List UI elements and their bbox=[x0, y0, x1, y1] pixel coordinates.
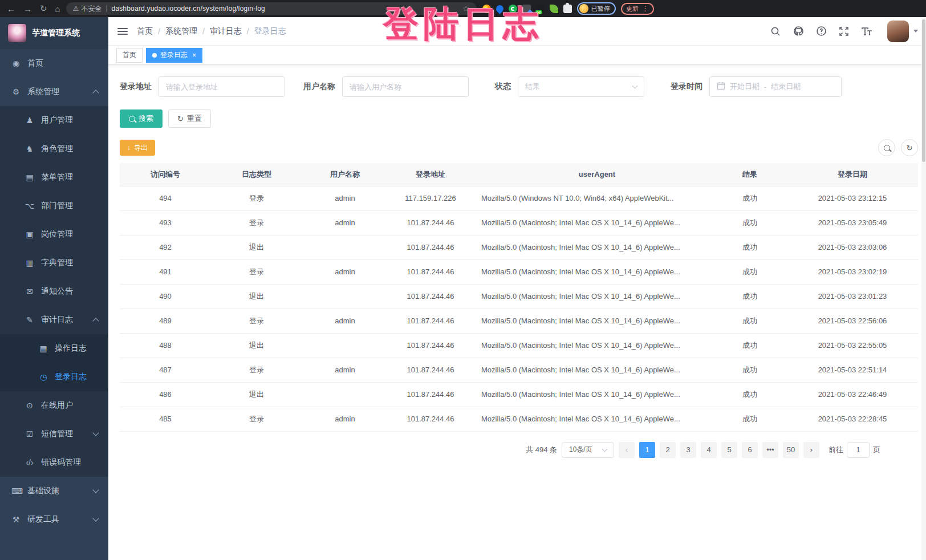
active-dot-icon bbox=[152, 53, 157, 58]
sidebar-item-研发工具[interactable]: ⚒研发工具 bbox=[0, 505, 108, 534]
sidebar-item-label: 字典管理 bbox=[41, 258, 73, 268]
sidebar-logo-row[interactable]: 芋道管理系统 bbox=[0, 17, 108, 49]
sidebar-item-label: 岗位管理 bbox=[41, 229, 73, 240]
reset-button[interactable]: ↻ 重置 bbox=[168, 109, 211, 128]
browser-chrome: ← → ↻ ⌂ ⚠ 不安全 dashboard.yudao.iocoder.cn… bbox=[0, 0, 926, 17]
font-size-icon[interactable] bbox=[861, 26, 872, 37]
sidebar-item-系统管理[interactable]: ⚙系统管理 bbox=[0, 78, 108, 106]
sms-shield-icon: ☑ bbox=[25, 429, 34, 439]
sidebar-item-在线用户[interactable]: ⊙在线用户 bbox=[0, 391, 108, 420]
sidebar-item-基础设施[interactable]: ⌨基础设施 bbox=[0, 477, 108, 505]
page-size-select[interactable]: 10条/页 bbox=[562, 442, 614, 458]
sidebar-item-岗位管理[interactable]: ▣岗位管理 bbox=[0, 220, 108, 249]
fullscreen-icon[interactable] bbox=[838, 26, 850, 37]
goto-page-input[interactable] bbox=[851, 445, 866, 454]
sidebar-item-登录日志[interactable]: ◷登录日志 bbox=[0, 363, 108, 391]
username-input[interactable] bbox=[350, 83, 461, 91]
search-icon[interactable] bbox=[770, 26, 781, 37]
table-cell: Mozilla/5.0 (Macintosh; Intel Mac OS X 1… bbox=[473, 210, 713, 235]
address-bar[interactable]: ⚠ 不安全 dashboard.yudao.iocoder.cn/system/… bbox=[66, 2, 477, 15]
browser-update-button[interactable]: 更新 ⋮ bbox=[621, 3, 654, 15]
sidebar-item-用户管理[interactable]: ♟用户管理 bbox=[0, 106, 108, 135]
reload-icon[interactable]: ↻ bbox=[40, 3, 47, 14]
leaf-extension-icon[interactable] bbox=[550, 5, 558, 13]
hamburger-icon[interactable] bbox=[117, 26, 128, 36]
tag-label: 登录日志 bbox=[160, 50, 188, 60]
bookmark-star-icon[interactable]: ☆ bbox=[462, 4, 470, 13]
status-select[interactable]: 结果 bbox=[518, 76, 644, 97]
briefcase-icon: ▣ bbox=[25, 230, 34, 239]
table-toolbar: ↓ 导出 ↻ bbox=[120, 139, 918, 156]
breadcrumb: 首页/系统管理/审计日志/登录日志 bbox=[137, 26, 286, 36]
on-badge-extension-icon[interactable] bbox=[536, 5, 545, 13]
browser-profile-pill[interactable]: 已暂停 bbox=[577, 2, 616, 15]
home-icon[interactable]: ⌂ bbox=[55, 4, 60, 14]
breadcrumb-item[interactable]: 审计日志 bbox=[210, 26, 242, 36]
firefox-extension-icon[interactable] bbox=[482, 5, 491, 13]
search-button[interactable]: 搜索 bbox=[120, 109, 163, 128]
chevron-down-icon bbox=[632, 83, 638, 89]
page-jump: 前往 页 bbox=[828, 442, 880, 458]
page-button-1[interactable]: 1 bbox=[639, 442, 655, 458]
close-icon[interactable]: × bbox=[192, 51, 196, 59]
toggle-search-button[interactable] bbox=[878, 139, 895, 156]
github-icon[interactable] bbox=[793, 26, 804, 37]
scrollbar-thumb[interactable] bbox=[922, 19, 925, 162]
table-cell: 登录 bbox=[211, 358, 302, 382]
grid-extension-icon[interactable] bbox=[522, 5, 531, 13]
table-cell: Mozilla/5.0 (Macintosh; Intel Mac OS X 1… bbox=[473, 358, 713, 382]
table-cell: 485 bbox=[120, 407, 211, 431]
puzzle-extensions-icon[interactable] bbox=[563, 5, 572, 13]
user-avatar-menu[interactable] bbox=[887, 21, 918, 42]
more-pages-button[interactable]: ••• bbox=[762, 442, 778, 458]
page-button-5[interactable]: 5 bbox=[721, 442, 737, 458]
date-range-picker[interactable]: 开始日期 - 结束日期 bbox=[709, 76, 842, 97]
help-icon[interactable] bbox=[815, 26, 827, 37]
sidebar-item-短信管理[interactable]: ☑短信管理 bbox=[0, 420, 108, 448]
operation-log-icon: ▦ bbox=[39, 344, 48, 353]
table-cell bbox=[302, 382, 388, 407]
back-icon[interactable]: ← bbox=[7, 4, 15, 14]
column-header: 结果 bbox=[713, 163, 787, 186]
sidebar-item-通知公告[interactable]: ✉通知公告 bbox=[0, 277, 108, 306]
table-cell: 登录 bbox=[211, 186, 302, 210]
tag-登录日志[interactable]: 登录日志× bbox=[146, 48, 202, 63]
sidebar-item-字典管理[interactable]: ▥字典管理 bbox=[0, 249, 108, 277]
home-icon: ◉ bbox=[11, 59, 21, 68]
breadcrumb-item[interactable]: 首页 bbox=[137, 26, 153, 36]
not-secure-warning[interactable]: ⚠ 不安全 bbox=[73, 4, 102, 14]
tag-首页[interactable]: 首页 bbox=[116, 48, 143, 63]
sidebar-item-label: 用户管理 bbox=[41, 115, 73, 125]
sidebar-item-操作日志[interactable]: ▦操作日志 bbox=[0, 334, 108, 363]
prev-page-button[interactable]: ‹ bbox=[619, 442, 635, 458]
forward-icon[interactable]: → bbox=[23, 4, 32, 14]
sidebar-item-label: 短信管理 bbox=[41, 429, 73, 439]
sidebar-item-部门管理[interactable]: ⌥部门管理 bbox=[0, 192, 108, 220]
table-cell: 2021-05-03 22:51:14 bbox=[787, 358, 918, 382]
refresh-table-button[interactable]: ↻ bbox=[901, 139, 918, 156]
green-extension-icon[interactable] bbox=[509, 5, 517, 13]
drop-extension-icon[interactable] bbox=[494, 3, 505, 14]
table-cell: Mozilla/5.0 (Macintosh; Intel Mac OS X 1… bbox=[473, 235, 713, 259]
extensions-row: 已暂停 更新 ⋮ bbox=[482, 2, 654, 15]
breadcrumb-item[interactable]: 系统管理 bbox=[165, 26, 197, 36]
sidebar-item-首页[interactable]: ◉首页 bbox=[0, 49, 108, 78]
sidebar-item-角色管理[interactable]: ♞角色管理 bbox=[0, 135, 108, 163]
sidebar-item-错误码管理[interactable]: ‹/›错误码管理 bbox=[0, 448, 108, 477]
online-users-icon: ⊙ bbox=[25, 401, 34, 410]
browser-menu-icon[interactable]: ⋮ bbox=[642, 5, 649, 13]
page-button-4[interactable]: 4 bbox=[701, 442, 717, 458]
page-button-6[interactable]: 6 bbox=[742, 442, 758, 458]
column-header: 日志类型 bbox=[211, 163, 302, 186]
table-cell: admin bbox=[302, 186, 388, 210]
sidebar-item-菜单管理[interactable]: ▤菜单管理 bbox=[0, 163, 108, 192]
sidebar-item-审计日志[interactable]: ✎审计日志 bbox=[0, 306, 108, 334]
end-date-placeholder: 结束日期 bbox=[771, 82, 801, 92]
export-button[interactable]: ↓ 导出 bbox=[120, 140, 155, 156]
login-log-icon: ◷ bbox=[39, 372, 48, 382]
page-button-3[interactable]: 3 bbox=[680, 442, 696, 458]
page-button-2[interactable]: 2 bbox=[660, 442, 676, 458]
next-page-button[interactable]: › bbox=[803, 442, 819, 458]
page-button-50[interactable]: 50 bbox=[783, 442, 799, 458]
login-address-input[interactable] bbox=[166, 83, 278, 91]
